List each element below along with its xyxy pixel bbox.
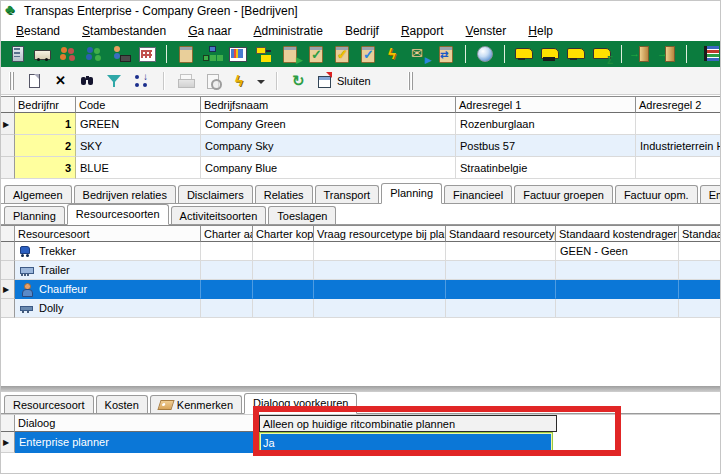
new-record-icon[interactable]	[22, 71, 46, 91]
clipboard-check-green-icon[interactable]	[304, 44, 328, 64]
org-chart-icon[interactable]	[200, 44, 224, 64]
resource-blocks-icon[interactable]	[252, 44, 276, 64]
cell-charter-kopi[interactable]	[253, 261, 314, 280]
clipboard-check-blue-icon[interactable]	[356, 44, 380, 64]
cell-vraag[interactable]	[314, 299, 446, 318]
company-row-blue[interactable]: 3 BLUE Company Blue Straatinbelgie	[1, 157, 720, 179]
menu-venster[interactable]: Venster	[455, 22, 518, 40]
cell-adresregel1[interactable]: Straatinbelgie	[456, 157, 636, 179]
toolbar-grip[interactable]	[9, 72, 15, 90]
fleet-truck-icon[interactable]	[31, 44, 55, 64]
tab-kosten[interactable]: Kosten	[96, 395, 148, 413]
cell-resourcesoort[interactable]: Dolly	[15, 299, 201, 318]
driver-terminal-icon[interactable]	[109, 44, 133, 64]
tab-kenmerken[interactable]: Kenmerken	[150, 395, 242, 413]
menu-ga-naar[interactable]: Ga naar	[177, 22, 242, 40]
clipboard-check-yellow-icon[interactable]	[330, 44, 354, 64]
cell-charter-aa[interactable]	[201, 299, 253, 318]
company-row-green[interactable]: 1 GREEN Company Green Rozenburglaan	[1, 113, 720, 135]
cell-vraag[interactable]	[314, 261, 446, 280]
cell-resourcesoort[interactable]: Chauffeur	[15, 280, 201, 299]
cell-code[interactable]: BLUE	[76, 157, 201, 179]
menu-stambestanden[interactable]: Stambestanden	[71, 22, 177, 40]
sluiten-button[interactable]: Sluiten	[314, 72, 377, 90]
cell-alleen-op-huidige-ritcombinatie-editor[interactable]: Ja	[259, 432, 553, 453]
truck-yellow2-icon[interactable]	[564, 44, 588, 64]
quick-flash-icon[interactable]	[228, 71, 252, 91]
cell-std-resourcetype[interactable]	[446, 299, 556, 318]
refresh-icon[interactable]	[287, 71, 311, 91]
cell-code[interactable]: GREEN	[76, 113, 201, 135]
cell-bedrijfsnaam[interactable]: Company Sky	[201, 135, 456, 157]
resource-row-dolly[interactable]: Dolly	[1, 299, 720, 318]
row-selector[interactable]	[1, 157, 15, 179]
dialog-row-enterprise-planner[interactable]: Enterprise planner Ja	[1, 432, 720, 453]
globe-icon[interactable]	[473, 44, 497, 64]
resource-row-trailer[interactable]: Trailer	[1, 261, 720, 280]
truck-trailer-icon[interactable]	[538, 44, 562, 64]
cell-std-clipped[interactable]	[679, 242, 721, 261]
truck-sum-icon[interactable]	[590, 44, 614, 64]
cell-code[interactable]: SKY	[76, 135, 201, 157]
cell-bedrijfsnaam[interactable]: Company Green	[201, 113, 456, 135]
menu-rapport[interactable]: Rapport	[390, 22, 455, 40]
list-clipped-icon[interactable]	[698, 44, 720, 64]
tab-toeslagen[interactable]: Toeslagen	[268, 206, 336, 224]
door-out-icon[interactable]	[655, 44, 679, 64]
employees-icon[interactable]	[83, 44, 107, 64]
flash-order-icon[interactable]	[382, 44, 406, 64]
cell-resourcesoort[interactable]: Trekker	[15, 242, 201, 261]
cell-charter-kopi[interactable]	[253, 242, 314, 261]
tab-relaties[interactable]: Relaties	[255, 185, 313, 203]
menu-help[interactable]: Help	[517, 22, 564, 40]
relations-icon[interactable]	[57, 44, 81, 64]
row-selector[interactable]	[1, 261, 15, 280]
tab-transport[interactable]: Transport	[315, 185, 380, 203]
search-icon[interactable]	[76, 71, 100, 91]
sort-icon[interactable]	[130, 71, 154, 91]
planboard-icon[interactable]	[226, 44, 250, 64]
tab-dialoog-voorkeuren[interactable]: Dialoog voorkeuren	[244, 393, 357, 414]
toolbar-grip-2[interactable]	[408, 72, 414, 90]
tab-planning[interactable]: Planning	[381, 183, 442, 204]
clipboard-icon[interactable]	[174, 44, 198, 64]
tab-factuur-opm[interactable]: Factuur opm.	[615, 185, 698, 203]
row-selector[interactable]	[1, 135, 15, 157]
row-selector-current[interactable]	[1, 280, 15, 299]
cell-std-kostendrager[interactable]	[556, 261, 679, 280]
cell-resourcesoort[interactable]: Trailer	[15, 261, 201, 280]
cell-charter-aa[interactable]	[201, 261, 253, 280]
cell-std-resourcetype[interactable]	[446, 261, 556, 280]
cell-dialoog[interactable]: Enterprise planner	[15, 432, 259, 453]
cell-charter-aa[interactable]	[201, 280, 253, 299]
cell-std-clipped[interactable]	[679, 280, 721, 299]
tab-algemeen[interactable]: Algemeen	[4, 185, 72, 203]
cell-adresregel2[interactable]: Industrieterrein Ha	[636, 135, 721, 157]
menu-administratie[interactable]: Administratie	[243, 22, 334, 40]
cell-bedrijfnr[interactable]: 3	[15, 157, 76, 179]
resource-row-trekker[interactable]: Trekker GEEN - Geen	[1, 242, 720, 261]
cell-adresregel2[interactable]	[636, 113, 721, 135]
cell-charter-kopi[interactable]	[253, 280, 314, 299]
cell-charter-aa[interactable]	[201, 242, 253, 261]
cell-adresregel1[interactable]: Postbus 57	[456, 135, 636, 157]
resource-row-chauffeur[interactable]: Chauffeur	[1, 280, 720, 299]
tab-factuur-groepen[interactable]: Factuur groepen	[514, 185, 613, 203]
cell-std-resourcetype[interactable]	[446, 280, 556, 299]
menu-bedrijf[interactable]: Bedrijf	[334, 22, 390, 40]
row-selector-current[interactable]	[1, 432, 15, 453]
cell-adresregel1[interactable]: Rozenburglaan	[456, 113, 636, 135]
cell-vraag[interactable]	[314, 280, 446, 299]
clipboard-export-icon[interactable]	[278, 44, 302, 64]
horizontal-splitter[interactable]	[1, 386, 720, 392]
row-selector[interactable]	[1, 242, 15, 261]
door-in-icon[interactable]	[629, 44, 653, 64]
cell-std-kostendrager[interactable]	[556, 299, 679, 318]
calendar-icon[interactable]	[135, 44, 159, 64]
cell-std-resourcetype[interactable]	[446, 242, 556, 261]
menu-bestand[interactable]: Bestand	[5, 22, 71, 40]
filter-icon[interactable]	[103, 71, 127, 91]
company-row-sky[interactable]: 2 SKY Company Sky Postbus 57 Industriete…	[1, 135, 720, 157]
cell-std-kostendrager[interactable]	[556, 280, 679, 299]
tab-planning-sub[interactable]: Planning	[4, 206, 65, 224]
